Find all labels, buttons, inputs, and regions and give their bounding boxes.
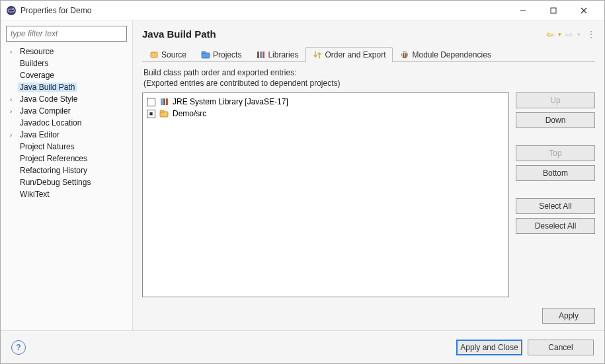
tab-label: Source <box>161 50 186 59</box>
tree-item-java-editor[interactable]: ›Java Editor <box>6 129 127 141</box>
deselect-all-button[interactable]: Deselect All <box>516 218 595 234</box>
source-icon <box>149 50 159 59</box>
svg-rect-9 <box>202 52 206 54</box>
page-title: Java Build Path <box>142 28 216 40</box>
libraries-icon <box>256 50 265 59</box>
category-tree: ›ResourceBuildersCoverageJava Build Path… <box>6 46 127 325</box>
svg-rect-15 <box>161 98 163 105</box>
back-icon[interactable]: ⇦ <box>546 29 554 40</box>
filter-input[interactable] <box>6 26 127 42</box>
top-button[interactable]: Top <box>516 145 595 161</box>
svg-rect-12 <box>262 52 264 58</box>
tree-item-label: Coverage <box>18 71 56 80</box>
tree-item-label: Java Build Path <box>18 83 77 92</box>
tab-libraries[interactable]: Libraries <box>249 47 305 62</box>
menu-icon[interactable]: ⋮ <box>587 30 595 39</box>
projects-icon <box>201 50 210 59</box>
tree-item-project-references[interactable]: Project References <box>6 153 127 164</box>
description-line1: Build class path order and exported entr… <box>143 67 594 78</box>
tree-item-label: WikiText <box>18 190 52 199</box>
tabs: SourceProjectsLibrariesOrder and Exportm… <box>142 46 595 62</box>
svg-rect-7 <box>151 52 157 57</box>
up-button[interactable]: Up <box>516 92 595 108</box>
svg-rect-11 <box>260 52 262 58</box>
module-icon: m <box>400 50 409 59</box>
close-button[interactable] <box>569 1 599 20</box>
svg-point-2 <box>13 7 14 9</box>
tab-source[interactable]: Source <box>142 47 194 62</box>
tree-item-run-debug-settings[interactable]: Run/Debug Settings <box>6 176 127 188</box>
minimize-button[interactable] <box>508 1 538 20</box>
tree-item-refactoring-history[interactable]: Refactoring History <box>6 164 127 176</box>
side-buttons: Up Down Top Bottom Select All Deselect A… <box>516 92 595 297</box>
tree-item-project-natures[interactable]: Project Natures <box>6 141 127 153</box>
tab-label: Projects <box>213 50 241 59</box>
tab-label: Libraries <box>268 50 298 59</box>
svg-rect-17 <box>166 98 168 105</box>
list-item-label: Demo/src <box>173 109 206 118</box>
tree-item-label: Java Editor <box>18 130 61 139</box>
titlebar: Properties for Demo <box>1 1 604 20</box>
list-item-label: JRE System Library [JavaSE-17] <box>173 97 288 106</box>
expand-arrow-icon[interactable]: › <box>10 48 18 55</box>
export-checkbox[interactable] <box>147 98 155 106</box>
tree-item-label: Java Compiler <box>18 106 73 116</box>
tab-label: Module Dependencies <box>412 50 491 59</box>
svg-text:m: m <box>401 50 408 59</box>
apply-close-button[interactable]: Apply and Close <box>456 340 522 355</box>
export-checkbox[interactable] <box>147 110 155 118</box>
tree-item-label: Javadoc Location <box>18 118 83 127</box>
order-list[interactable]: JRE System Library [JavaSE-17]Demo/src <box>142 92 509 297</box>
maximize-button[interactable] <box>538 1 569 20</box>
tree-item-label: Refactoring History <box>18 166 89 175</box>
description: Build class path order and exported entr… <box>142 62 595 92</box>
help-icon[interactable]: ? <box>11 340 26 355</box>
back-menu-icon[interactable]: ▾ <box>558 31 561 38</box>
tree-item-label: Resource <box>18 47 56 56</box>
tree-item-javadoc-location[interactable]: Javadoc Location <box>6 117 127 129</box>
tree-item-label: Project Natures <box>18 142 77 151</box>
list-item[interactable]: Demo/src <box>145 108 506 120</box>
expand-arrow-icon[interactable]: › <box>10 96 18 103</box>
description-line2: (Exported entries are contributed to dep… <box>143 78 594 89</box>
library-icon <box>159 97 169 106</box>
window-title: Properties for Demo <box>20 6 508 15</box>
forward-icon[interactable]: ⇨ <box>565 29 573 40</box>
tree-item-builders[interactable]: Builders <box>6 57 127 69</box>
tree-item-label: Java Code Style <box>18 94 79 104</box>
tree-item-coverage[interactable]: Coverage <box>6 69 127 81</box>
expand-arrow-icon[interactable]: › <box>10 131 18 139</box>
tree-item-java-compiler[interactable]: ›Java Compiler <box>6 105 127 117</box>
tree-item-java-code-style[interactable]: ›Java Code Style <box>6 93 127 105</box>
down-button[interactable]: Down <box>516 112 595 128</box>
tree-item-resource[interactable]: ›Resource <box>6 46 127 57</box>
svg-rect-10 <box>257 52 259 58</box>
eclipse-icon <box>6 5 17 16</box>
svg-rect-19 <box>160 110 164 112</box>
content-pane: Java Build Path ⇦ ▾ ⇨ ▾ ⋮ SourceProjects… <box>133 20 604 330</box>
tab-projects[interactable]: Projects <box>194 47 249 62</box>
svg-rect-16 <box>163 98 165 105</box>
order-icon <box>313 50 322 59</box>
tree-item-label: Project References <box>18 154 89 163</box>
forward-menu-icon[interactable]: ▾ <box>577 31 581 38</box>
tree-item-label: Builders <box>18 59 50 68</box>
sidebar: ›ResourceBuildersCoverageJava Build Path… <box>1 20 133 330</box>
tab-order-and-export[interactable]: Order and Export <box>305 47 393 62</box>
select-all-button[interactable]: Select All <box>516 198 595 214</box>
tree-item-java-build-path[interactable]: Java Build Path <box>6 81 127 93</box>
bottom-button[interactable]: Bottom <box>516 165 595 181</box>
cancel-button[interactable]: Cancel <box>528 340 594 355</box>
tree-item-label: Run/Debug Settings <box>18 178 93 187</box>
folder-icon <box>159 109 169 118</box>
tab-module-dependencies[interactable]: mModule Dependencies <box>393 47 498 62</box>
tab-label: Order and Export <box>325 50 385 59</box>
tree-item-wikitext[interactable]: WikiText <box>6 188 127 200</box>
footer: ? Apply and Close Cancel <box>1 330 604 363</box>
svg-rect-4 <box>551 8 556 13</box>
list-item[interactable]: JRE System Library [JavaSE-17] <box>145 96 506 108</box>
expand-arrow-icon[interactable]: › <box>10 108 18 115</box>
apply-button[interactable]: Apply <box>542 308 595 324</box>
